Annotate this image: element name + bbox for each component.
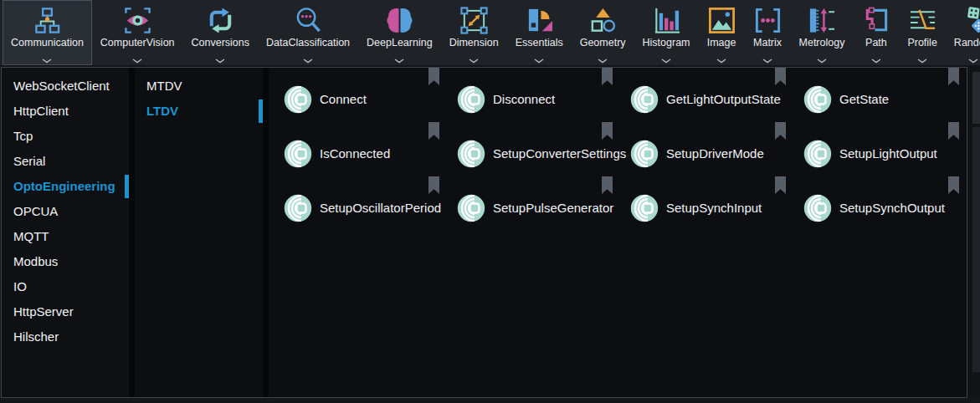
column-divider (129, 68, 135, 397)
toolbar-item-label: Conversions (192, 37, 249, 49)
category-item-mqtt[interactable]: MQTT (2, 224, 129, 249)
toolbar-item-label: Profile (907, 37, 936, 49)
function-item-getlightoutputstate[interactable]: GetLightOutputState (620, 72, 793, 126)
bookmark-icon[interactable] (775, 176, 786, 194)
function-item-isconnected[interactable]: IsConnected (274, 126, 447, 181)
toolbar-item-label: DataClassification (266, 37, 350, 49)
function-item-connect[interactable]: Connect (274, 72, 447, 126)
category-item-tcp[interactable]: Tcp (2, 124, 129, 149)
toolbar-item-dataclassification[interactable]: DataClassification (258, 0, 358, 65)
toolbar-item-label: Geometry (580, 37, 626, 49)
optoengineering-logo-icon (630, 194, 659, 222)
toolbar-item-conversions[interactable]: Conversions (183, 0, 258, 65)
optoengineering-logo-icon (457, 194, 485, 222)
function-item-getstate[interactable]: GetState (793, 72, 967, 126)
toolbar-item-geometry[interactable]: Geometry (572, 0, 634, 65)
side-panel-segment (972, 127, 980, 372)
bookmark-icon[interactable] (428, 122, 439, 140)
bookmark-icon[interactable] (775, 68, 786, 85)
function-label: IsConnected (320, 146, 390, 161)
function-item-disconnect[interactable]: Disconnect (447, 72, 620, 126)
popup-panel: WebSocketClientHttpClientTcpSerialOptoEn… (1, 67, 967, 398)
function-item-setupconvertersettings[interactable]: SetupConverterSettings (447, 126, 620, 181)
function-label: SetupPulseGenerator (493, 201, 613, 215)
toolbar-item-dimension[interactable]: Dimension (441, 0, 507, 65)
conversions-icon (206, 4, 235, 36)
bookmark-icon[interactable] (602, 122, 613, 140)
category-item-modbus[interactable]: Modbus (2, 249, 129, 274)
geometry-icon (588, 4, 618, 36)
chevron-down-icon (598, 52, 608, 57)
toolbar-item-label: Histogram (643, 37, 690, 49)
toolbar: CommunicationComputerVisionConversionsDa… (0, 0, 980, 67)
bookmark-icon[interactable] (602, 68, 613, 85)
function-grid: ConnectDisconnectGetLightOutputStateGetS… (269, 68, 967, 397)
data-classification-icon (294, 4, 323, 36)
histogram-icon (652, 4, 681, 36)
bookmark-icon[interactable] (948, 68, 959, 85)
category-item-label: Serial (13, 154, 45, 168)
category-item-io[interactable]: IO (2, 274, 129, 299)
function-item-setuplightoutput[interactable]: SetupLightOutput (793, 126, 967, 181)
category-item-opcua[interactable]: OPCUA (2, 199, 129, 224)
optoengineering-logo-icon (457, 140, 485, 168)
chevron-down-icon (534, 52, 544, 57)
chevron-down-icon (817, 52, 827, 57)
category-item-hilscher[interactable]: Hilscher (2, 324, 129, 349)
subcategory-item-ltdv[interactable]: LTDV (135, 99, 263, 124)
subcategory-item-label: LTDV (146, 104, 178, 118)
subcategory-list: MTDVLTDV (135, 68, 263, 397)
subcategory-item-label: MTDV (146, 79, 182, 93)
bookmark-icon[interactable] (948, 176, 959, 194)
function-item-setupsynchoutput[interactable]: SetupSynchOutput (793, 181, 967, 235)
function-item-setuposcillatorperiod[interactable]: SetupOscillatorPeriod (274, 181, 447, 235)
metrology-icon (807, 4, 836, 36)
toolbar-item-random[interactable]: Random (946, 0, 980, 65)
chevron-down-icon (968, 52, 978, 57)
category-item-label: Modbus (13, 254, 58, 268)
optoengineering-logo-icon (284, 194, 312, 222)
toolbar-item-deeplearning[interactable]: DeepLearning (358, 0, 441, 65)
function-item-setupdrivermode[interactable]: SetupDriverMode (620, 126, 793, 181)
toolbar-item-metrology[interactable]: Metrology (791, 0, 854, 65)
function-label: SetupConverterSettings (493, 146, 626, 161)
toolbar-item-matrix[interactable]: Matrix (745, 0, 791, 65)
category-item-httpserver[interactable]: HttpServer (2, 299, 129, 324)
optoengineering-logo-icon (457, 85, 485, 114)
chevron-down-icon (661, 52, 671, 57)
toolbar-item-profile[interactable]: Profile (899, 0, 945, 65)
category-item-optoengineering[interactable]: OptoEngineering (2, 174, 129, 199)
bookmark-icon[interactable] (428, 176, 439, 194)
toolbar-item-label: Path (865, 37, 887, 49)
toolbar-item-label: Matrix (753, 37, 782, 49)
function-label: SetupLightOutput (839, 146, 937, 161)
function-item-setuppulsegenerator[interactable]: SetupPulseGenerator (447, 181, 620, 235)
toolbar-item-image[interactable]: Image (699, 0, 745, 65)
path-icon (861, 4, 890, 36)
toolbar-item-histogram[interactable]: Histogram (634, 0, 699, 65)
toolbar-item-label: Metrology (799, 37, 845, 49)
chevron-down-icon (716, 52, 726, 57)
subcategory-item-mtdv[interactable]: MTDV (135, 74, 263, 99)
toolbar-item-path[interactable]: Path (853, 0, 899, 65)
toolbar-item-communication[interactable]: Communication (3, 0, 92, 65)
bookmark-icon[interactable] (428, 68, 439, 85)
chevron-down-icon (871, 52, 881, 57)
chevron-down-icon (215, 52, 225, 57)
bookmark-icon[interactable] (602, 176, 613, 194)
optoengineering-logo-icon (803, 140, 832, 168)
toolbar-item-label: Image (707, 37, 736, 49)
function-item-setupsynchinput[interactable]: SetupSynchInput (620, 181, 793, 235)
category-item-websocketclient[interactable]: WebSocketClient (2, 74, 129, 99)
profile-icon (908, 4, 937, 36)
computer-vision-icon (123, 4, 152, 36)
category-item-httpclient[interactable]: HttpClient (2, 99, 129, 124)
function-label: SetupSynchOutput (839, 201, 945, 215)
bookmark-icon[interactable] (948, 122, 959, 140)
toolbar-item-label: Random (954, 37, 980, 49)
communication-icon (33, 4, 62, 36)
toolbar-item-computervision[interactable]: ComputerVision (92, 0, 183, 65)
bookmark-icon[interactable] (775, 122, 786, 140)
toolbar-item-essentials[interactable]: Essentials (507, 0, 572, 65)
category-item-serial[interactable]: Serial (2, 149, 129, 174)
